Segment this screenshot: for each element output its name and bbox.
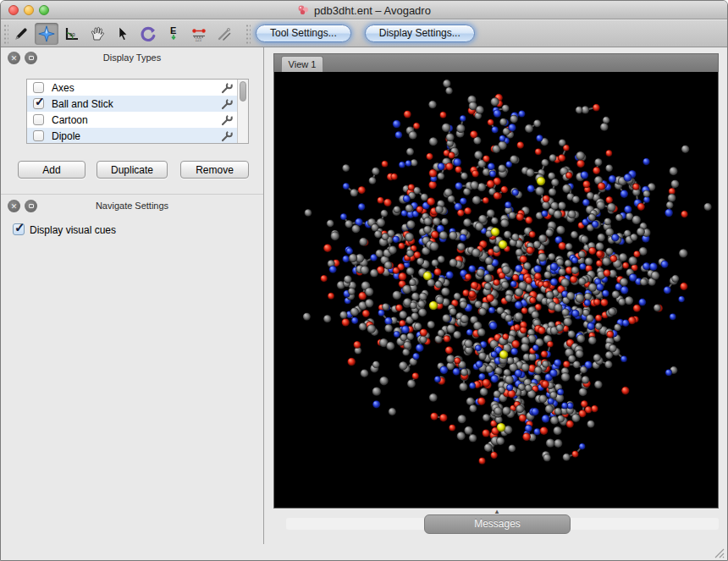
display-types-title: Display Types — [1, 52, 263, 63]
view-tabstrip: View 1 — [273, 53, 719, 72]
axes-label: Axes — [52, 82, 220, 94]
scrollbar-thumb[interactable] — [240, 81, 246, 102]
axes-checkbox[interactable]: ✓ — [33, 82, 44, 93]
auto-rotate-tool-button[interactable] — [136, 23, 160, 45]
display-visual-cues-label: Display visual cues — [30, 224, 116, 236]
display-visual-cues-checkbox[interactable]: ✓ — [13, 223, 25, 235]
angle-axes-icon: 90 — [63, 25, 80, 42]
window-title: pdb3dht.ent – Avogadro — [314, 4, 431, 17]
axes-settings-wrench-icon[interactable] — [220, 81, 234, 95]
svg-text:90: 90 — [69, 32, 75, 37]
resize-grip-icon[interactable] — [713, 547, 725, 558]
manipulate-tool-button[interactable] — [85, 23, 109, 45]
display-types-scrollbar[interactable] — [237, 80, 248, 143]
dipole-settings-wrench-icon[interactable] — [220, 129, 234, 143]
svg-text:E: E — [170, 25, 176, 36]
measure-tool-button[interactable]: 123 — [187, 23, 211, 45]
auto-optimize-tool-button[interactable]: E — [162, 23, 185, 45]
dipole-label: Dipole — [52, 130, 220, 142]
navigate-star-icon — [38, 25, 55, 42]
tool-settings-button[interactable]: Tool Settings... — [256, 25, 351, 42]
display-types-header: ✕ Display Types — [1, 50, 263, 67]
cartoon-label: Cartoon — [52, 114, 220, 126]
duplicate-button[interactable]: Duplicate — [97, 161, 168, 179]
rotate-arrow-icon — [140, 25, 157, 42]
molecule-viewport[interactable] — [273, 72, 719, 509]
toolbar: 90 E — [1, 20, 727, 47]
navigate-tool-button[interactable] — [35, 23, 58, 45]
select-tool-button[interactable] — [111, 23, 135, 45]
avogadro-app-icon — [297, 4, 310, 16]
dipole-checkbox[interactable]: ✓ — [33, 130, 44, 141]
titlebar: pdb3dht.ent – Avogadro — [1, 1, 727, 19]
align-icon — [216, 25, 233, 42]
left-dock-area: ✕ Display Types ✓ Axes ✓ Ball and Stick — [1, 47, 263, 560]
align-tool-button[interactable] — [212, 23, 236, 45]
energy-optimize-icon: E — [165, 25, 182, 42]
display-types-list: ✓ Axes ✓ Ball and Stick ✓ Cartoon — [26, 79, 249, 144]
remove-button[interactable]: Remove — [180, 161, 249, 179]
cartoon-checkbox[interactable]: ✓ — [33, 114, 44, 125]
bond-centric-tool-button[interactable]: 90 — [60, 23, 84, 45]
tab-view-1[interactable]: View 1 — [281, 56, 323, 73]
navigate-settings-header: ✕ Navigate Settings — [1, 198, 263, 215]
toolbar-drag-handle[interactable] — [3, 24, 8, 44]
ball-and-stick-checkbox[interactable]: ✓ — [33, 98, 44, 109]
molecule-render[interactable] — [274, 72, 718, 507]
avogadro-window: pdb3dht.ent – Avogadro 90 — [0, 0, 728, 561]
hand-icon — [89, 25, 106, 42]
draw-tool-button[interactable] — [9, 23, 33, 45]
ball-and-stick-label: Ball and Stick — [52, 98, 220, 110]
display-settings-button[interactable]: Display Settings... — [365, 25, 475, 42]
measure-icon: 123 — [190, 25, 207, 42]
dock-separator — [1, 194, 263, 195]
cursor-arrow-icon — [114, 25, 131, 42]
list-item-cartoon[interactable]: ✓ Cartoon — [27, 112, 248, 128]
list-item-axes[interactable]: ✓ Axes — [27, 80, 248, 96]
messages-button[interactable]: Messages — [424, 514, 571, 534]
list-item-ball-and-stick[interactable]: ✓ Ball and Stick — [27, 96, 248, 112]
panel-splitter[interactable] — [263, 47, 264, 544]
svg-text:123: 123 — [196, 37, 202, 41]
ball-and-stick-settings-wrench-icon[interactable] — [220, 97, 234, 111]
toolbar-separator — [245, 24, 251, 44]
pencil-icon — [13, 25, 30, 42]
add-button[interactable]: Add — [18, 161, 85, 179]
list-item-dipole[interactable]: ✓ Dipole — [27, 128, 248, 144]
cartoon-settings-wrench-icon[interactable] — [220, 113, 234, 127]
messages-collapse-handle-icon[interactable]: ▴ — [492, 508, 502, 514]
navigate-settings-title: Navigate Settings — [1, 201, 263, 211]
